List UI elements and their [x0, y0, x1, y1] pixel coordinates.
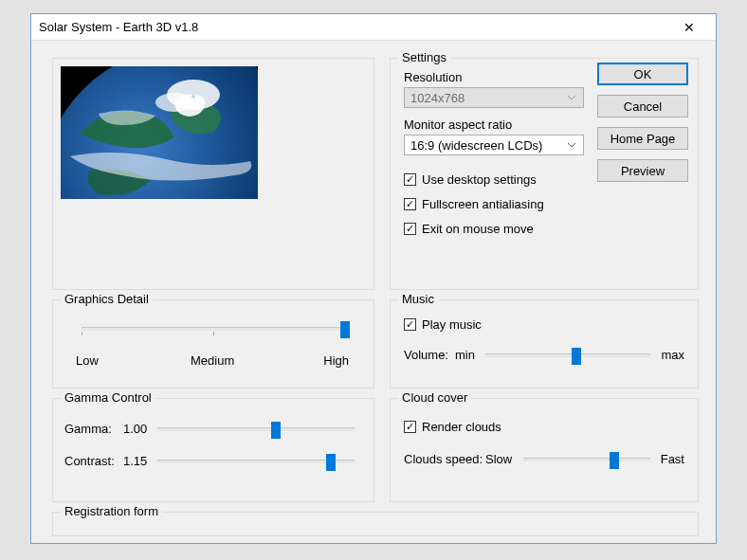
chevron-down-icon [564, 138, 579, 152]
resolution-combo: 1024x768 [404, 87, 584, 108]
volume-max-label: max [661, 348, 684, 362]
chevron-down-icon [564, 91, 579, 104]
render-clouds-checkbox[interactable]: ✓ [404, 421, 416, 433]
graphics-high-label: High [323, 353, 349, 368]
use-desktop-checkbox[interactable]: ✓ [404, 173, 416, 186]
use-desktop-label: Use desktop settings [422, 172, 537, 187]
cloud-heading: Cloud cover [398, 390, 471, 405]
graphics-heading: Graphics Detail [61, 292, 153, 306]
slider-thumb[interactable] [340, 321, 350, 338]
play-music-label: Play music [422, 317, 482, 332]
clouds-slow-label: Slow [485, 452, 518, 466]
volume-min-label: min [455, 348, 480, 362]
render-clouds-label: Render clouds [422, 420, 501, 434]
preview-button[interactable]: Preview [597, 159, 688, 182]
slider-thumb[interactable] [610, 452, 619, 469]
volume-label: Volume: [404, 348, 455, 362]
svg-point-4 [191, 95, 195, 99]
clouds-speed-slider[interactable] [523, 458, 650, 461]
contrast-slider[interactable] [157, 460, 355, 463]
aspect-label: Monitor aspect ratio [404, 117, 512, 132]
graphics-detail-slider[interactable] [82, 327, 345, 331]
app-window: Solar System - Earth 3D v1.8 ✕ [30, 13, 717, 544]
ok-button[interactable]: OK [597, 63, 688, 85]
registration-heading: Registration form [61, 504, 162, 518]
settings-group: Settings Resolution 1024x768 Monitor asp… [390, 58, 699, 290]
slider-thumb[interactable] [326, 454, 336, 471]
titlebar: Solar System - Earth 3D v1.8 ✕ [31, 14, 716, 41]
play-music-checkbox[interactable]: ✓ [404, 318, 416, 331]
clouds-speed-label: Clouds speed: [404, 452, 485, 466]
preview-group [52, 58, 374, 290]
graphics-detail-group: Graphics Detail Low Medium High [52, 299, 374, 388]
fullscreen-aa-checkbox[interactable]: ✓ [404, 198, 416, 210]
contrast-label: Contrast: [64, 454, 118, 468]
gamma-value: 1.00 [123, 422, 152, 436]
earth-preview-image [61, 66, 258, 199]
resolution-value: 1024x768 [410, 91, 465, 105]
contrast-value: 1.15 [123, 454, 152, 468]
volume-slider[interactable] [485, 353, 650, 357]
fullscreen-aa-label: Fullscreen antialiasing [422, 197, 544, 211]
gamma-heading: Gamma Control [61, 390, 155, 405]
graphics-medium-label: Medium [191, 353, 234, 368]
slider-thumb[interactable] [572, 348, 581, 365]
cloud-cover-group: Cloud cover ✓ Render clouds Clouds speed… [390, 398, 699, 502]
music-heading: Music [398, 292, 438, 306]
content-area: Settings Resolution 1024x768 Monitor asp… [31, 41, 716, 543]
clouds-fast-label: Fast [661, 452, 684, 466]
gamma-label: Gamma: [64, 422, 118, 436]
home-page-button[interactable]: Home Page [597, 127, 688, 150]
aspect-combo[interactable]: 16:9 (widescreen LCDs) [404, 135, 584, 155]
close-icon[interactable]: ✕ [670, 20, 708, 35]
registration-form-group: Registration form [52, 512, 699, 536]
slider-thumb[interactable] [271, 422, 281, 439]
graphics-low-label: Low [76, 353, 99, 368]
exit-mouse-checkbox[interactable]: ✓ [404, 223, 416, 235]
gamma-control-group: Gamma Control Gamma: 1.00 Contrast: 1.15 [52, 398, 374, 502]
gamma-slider[interactable] [157, 427, 355, 431]
cancel-button[interactable]: Cancel [597, 95, 688, 117]
settings-heading: Settings [398, 50, 450, 64]
music-group: Music ✓ Play music Volume: min max [390, 299, 699, 388]
exit-mouse-label: Exit on mouse move [422, 222, 534, 236]
window-title: Solar System - Earth 3D v1.8 [39, 20, 670, 34]
aspect-value: 16:9 (widescreen LCDs) [410, 138, 542, 153]
resolution-label: Resolution [404, 70, 462, 84]
